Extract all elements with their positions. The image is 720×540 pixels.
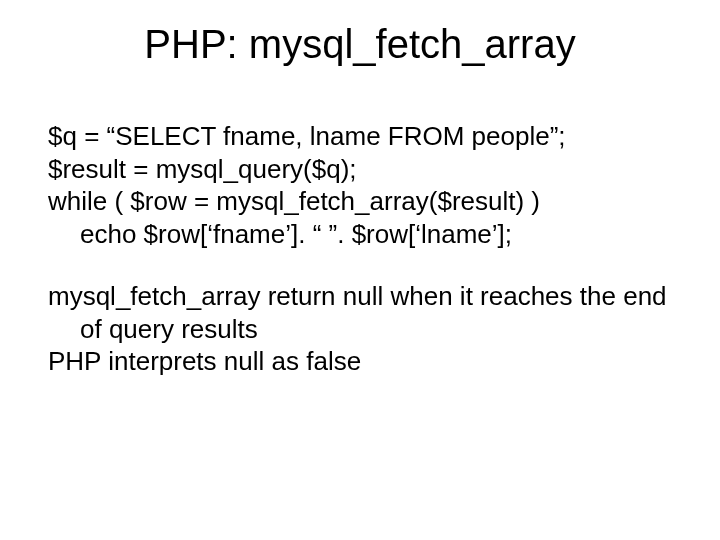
slide: PHP: mysql_fetch_array $q = “SELECT fnam… [0,0,720,540]
code-line-1: $q = “SELECT fname, lname FROM people”; [48,120,672,153]
spacer [48,250,672,280]
note-line-2: PHP interprets null as false [48,345,672,378]
note-line-1: mysql_fetch_array return null when it re… [48,280,672,345]
code-line-4: echo $row[‘fname’]. “ ”. $row[‘lname’]; [48,218,672,251]
code-line-3: while ( $row = mysql_fetch_array($result… [48,185,672,218]
slide-body: $q = “SELECT fname, lname FROM people”; … [48,120,672,378]
slide-title: PHP: mysql_fetch_array [0,22,720,67]
code-line-2: $result = mysql_query($q); [48,153,672,186]
code-line-4-text: echo $row[‘fname’]. “ ”. $row[‘lname’]; [48,218,672,251]
